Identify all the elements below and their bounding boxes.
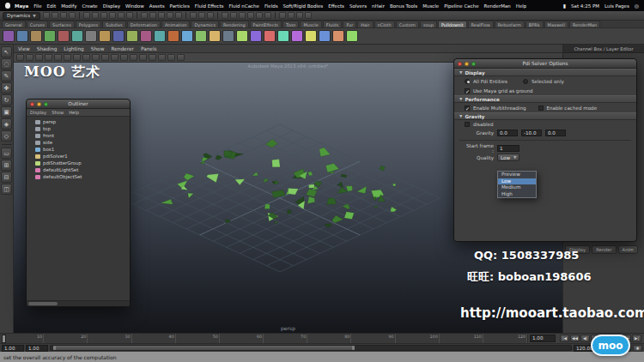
shelf-icon-button[interactable] — [195, 30, 207, 42]
multithreading-checkbox[interactable] — [465, 106, 470, 111]
outliner-item[interactable]: persp — [27, 118, 130, 125]
status-line-icon[interactable] — [118, 12, 125, 19]
gravity-disabled-checkbox[interactable] — [465, 122, 470, 127]
outliner-item[interactable]: top — [27, 125, 130, 132]
shelf-tab[interactable]: RenderMan — [569, 21, 600, 27]
panel-menu-item[interactable]: Shading — [37, 46, 58, 51]
shelf-tab[interactable]: Dynamics — [191, 21, 219, 27]
shelf-icon-button[interactable] — [222, 30, 234, 42]
scale-tool-icon[interactable]: ▣ — [1, 106, 12, 118]
menu-item[interactable]: Display — [103, 3, 120, 9]
shelf-icon-button[interactable] — [277, 30, 289, 42]
gravity-x-field[interactable]: 0.0 — [497, 130, 518, 136]
menu-item[interactable]: nHair — [372, 3, 385, 9]
scrollbar-thumb[interactable] — [28, 302, 58, 305]
menu-item[interactable]: File — [33, 3, 41, 9]
status-line-icon[interactable] — [100, 12, 107, 19]
sidebar-tab[interactable]: Anim — [618, 245, 638, 254]
sidebar-tab[interactable]: Render — [592, 245, 616, 254]
menu-item[interactable]: Window — [125, 3, 144, 9]
status-line-icon[interactable] — [175, 12, 182, 19]
shelf-icon-button[interactable] — [319, 30, 331, 42]
viewport-toolbar-icon[interactable] — [120, 54, 128, 61]
status-line-icon[interactable] — [296, 12, 303, 19]
status-line-icon[interactable] — [305, 12, 312, 19]
status-line-icon[interactable] — [198, 12, 205, 19]
apple-menu-icon[interactable] — [5, 3, 10, 9]
menu-item[interactable]: Effects — [328, 3, 344, 9]
menu-item[interactable]: Fluid nCache — [228, 3, 259, 9]
shelf-icon-button[interactable] — [209, 30, 221, 42]
outliner-menu-item[interactable]: Display — [30, 110, 46, 115]
shelf-tab[interactable]: Animation — [161, 21, 191, 27]
paint-select-tool-icon[interactable]: ✎ — [1, 70, 12, 81]
range-start-handle[interactable] — [53, 346, 56, 350]
menu-set-dropdown[interactable]: Dynamics ▼ — [3, 12, 40, 20]
quality-option[interactable]: High — [498, 191, 536, 198]
menu-item[interactable]: Maya — [15, 3, 28, 9]
shelf-icon-button[interactable] — [291, 30, 303, 42]
panel-menu-item[interactable]: View — [18, 46, 30, 51]
shelf-icon-button[interactable] — [112, 30, 125, 42]
status-line-icon[interactable] — [43, 12, 50, 19]
shelf-tab[interactable]: Deformation — [127, 21, 161, 27]
shelf-tab[interactable]: Curves — [27, 21, 48, 27]
status-line-icon[interactable] — [141, 12, 148, 19]
shelf-icon-button[interactable] — [140, 30, 152, 42]
menu-item[interactable]: Fluid Effects — [195, 3, 224, 9]
outliner-titlebar[interactable]: Outliner — [27, 100, 130, 109]
viewport-toolbar-icon[interactable] — [149, 54, 156, 61]
quality-option[interactable]: Preview — [498, 172, 536, 178]
viewport-toolbar-icon[interactable] — [26, 54, 33, 61]
menu-item[interactable]: Bonus Tools — [390, 3, 417, 9]
shelf-tab[interactable]: Rendering — [220, 21, 249, 27]
current-time-field[interactable]: 1.00 — [530, 335, 556, 342]
menu-item[interactable]: Assets — [149, 3, 165, 9]
range-slider-bar[interactable] — [53, 346, 355, 350]
shelf-icon-button[interactable] — [250, 30, 262, 42]
step-back-key-button[interactable]: ◀| — [580, 335, 590, 342]
status-line-icon[interactable] — [190, 12, 197, 19]
shelf-icon-button[interactable] — [44, 30, 56, 42]
shelf-icon-button[interactable] — [332, 30, 344, 42]
step-back-frame-button[interactable]: ◀◀ — [570, 335, 580, 342]
viewport-toolbar-icon[interactable] — [101, 54, 109, 61]
battery-icon[interactable]: ▮ — [563, 3, 566, 9]
outliner-item[interactable]: defaultLightSet — [27, 166, 130, 173]
all-pdi-entities-radio[interactable] — [465, 79, 470, 84]
status-line-icon[interactable] — [158, 12, 165, 19]
shelf-icon-button[interactable] — [71, 30, 83, 42]
status-line-icon[interactable] — [230, 12, 237, 19]
select-tool-icon[interactable]: ↖ — [1, 46, 12, 57]
section-gravity[interactable]: ▼ Gravity — [454, 112, 636, 120]
shelf-tab[interactable]: Custom — [396, 21, 419, 27]
panel-menu-item[interactable]: Panels — [141, 46, 157, 51]
shelf-icon-button[interactable] — [181, 30, 193, 42]
status-line-icon[interactable] — [288, 12, 295, 19]
shelf-tab[interactable]: RealFlow — [468, 21, 494, 27]
minimize-button[interactable] — [465, 62, 469, 66]
shelf-tab[interactable]: soup — [420, 21, 437, 27]
shelf-tab[interactable]: Subdivs — [102, 21, 126, 27]
viewport-toolbar-icon[interactable] — [64, 54, 71, 61]
split-pane-layout-icon[interactable]: ⊟ — [1, 172, 12, 183]
universal-manipulator-icon[interactable]: ◈ — [1, 118, 12, 130]
status-line-icon[interactable] — [69, 12, 76, 19]
status-line-icon[interactable] — [52, 12, 58, 19]
shelf-tab[interactable]: Polygons — [76, 21, 101, 27]
panel-menu-item[interactable]: Renderer — [111, 46, 133, 51]
spotlight-icon[interactable]: ◎ — [635, 3, 639, 9]
menu-item[interactable]: Help — [516, 3, 527, 9]
move-tool-icon[interactable]: ✚ — [1, 82, 12, 94]
outliner-item[interactable]: pdiSolver1 — [27, 153, 130, 160]
status-line-icon[interactable] — [207, 12, 214, 19]
range-end-handle[interactable] — [352, 346, 355, 350]
use-maya-grid-checkbox[interactable] — [465, 88, 470, 94]
shelf-icon-button[interactable] — [346, 30, 358, 42]
cached-mode-checkbox[interactable] — [538, 106, 544, 111]
shelf-icon-button[interactable] — [154, 30, 166, 42]
quality-dropdown[interactable]: Low ▼ — [497, 154, 519, 161]
section-performance[interactable]: ▼ Performance — [454, 95, 636, 103]
viewport-toolbar-icon[interactable] — [45, 54, 52, 61]
start-frame-field[interactable]: 1 — [497, 145, 519, 152]
